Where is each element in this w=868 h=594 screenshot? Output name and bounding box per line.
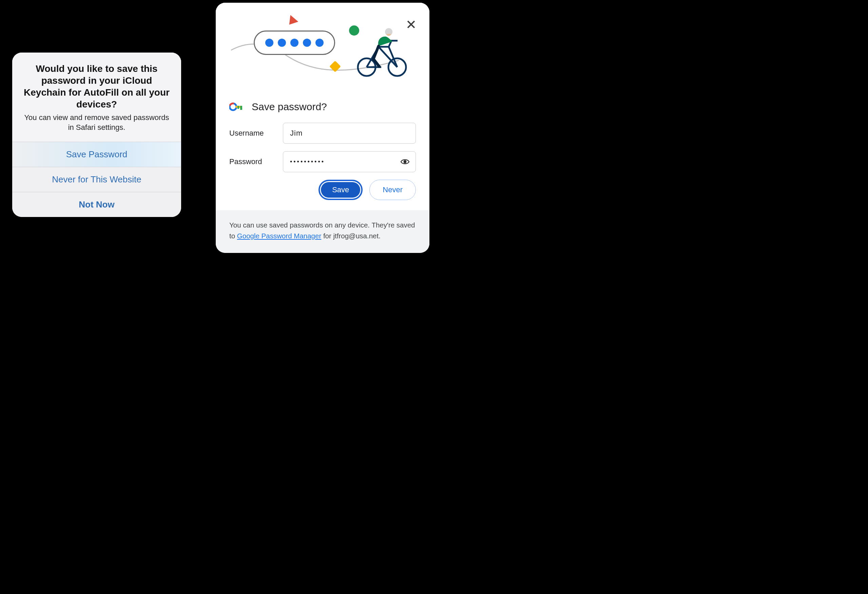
safari-dialog-header: Would you like to save this password in … (12, 53, 181, 142)
close-button[interactable] (406, 19, 416, 30)
dialog-footer: You can use saved passwords on any devic… (216, 210, 430, 253)
footer-text-after: for jtfrog@usa.net. (321, 232, 381, 240)
safari-save-password-dialog: Would you like to save this password in … (12, 53, 181, 217)
username-label: Username (229, 129, 283, 138)
cyclist-illustration-icon (355, 27, 409, 77)
google-password-manager-link[interactable]: Google Password Manager (237, 232, 321, 240)
password-label: Password (229, 157, 283, 166)
save-password-button[interactable]: Save Password (12, 142, 181, 167)
chrome-save-password-dialog: Save password? Username Password Save (216, 3, 430, 253)
dialog-illustration (216, 3, 430, 81)
show-password-icon[interactable] (400, 157, 410, 167)
username-input[interactable] (283, 123, 416, 144)
password-pill-icon (254, 31, 335, 55)
save-button[interactable]: Save (319, 180, 363, 200)
not-now-button[interactable]: Not Now (12, 192, 181, 217)
key-icon (229, 102, 244, 112)
svg-rect-6 (240, 106, 242, 110)
safari-dialog-title: Would you like to save this password in … (20, 63, 173, 110)
svg-rect-7 (238, 106, 239, 109)
never-button[interactable]: Never (369, 180, 416, 200)
never-for-website-button[interactable]: Never for This Website (12, 167, 181, 192)
dialog-heading: Save password? (252, 101, 327, 112)
password-input[interactable] (283, 151, 416, 172)
safari-dialog-subtitle: You can view and remove saved passwords … (20, 113, 173, 132)
svg-point-8 (404, 161, 407, 164)
